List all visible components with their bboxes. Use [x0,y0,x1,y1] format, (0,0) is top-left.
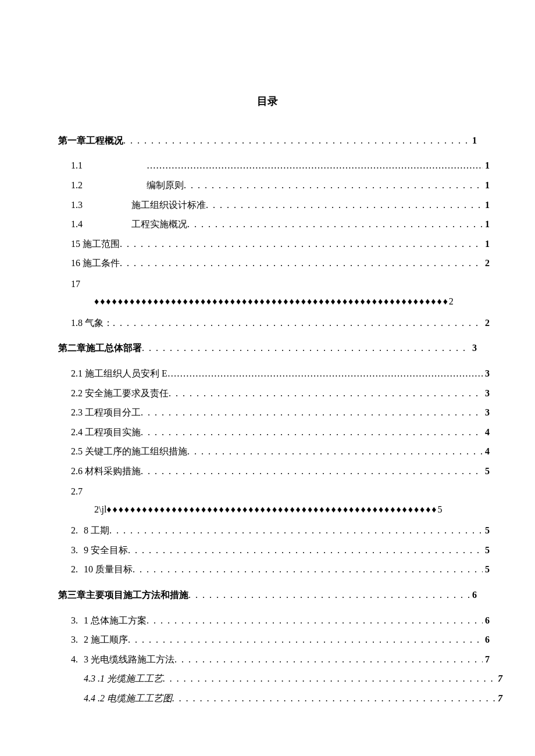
toc-label: 工程实施概况 [131,217,187,232]
toc-page: 6 [483,632,490,647]
toc-label: 第三章主要项目施工方法和措施 [58,587,188,603]
toc-number: 2. [71,562,78,577]
toc-page: 7 [483,652,490,667]
toc-leader [109,523,483,538]
toc-page: 5 [483,464,490,479]
garbled-prefix: 2\jl [94,504,106,514]
toc-page: 4 [483,425,490,440]
toc-leader [147,158,483,173]
toc-label: 第二章施工总体部署 [58,341,142,356]
toc-leader [187,217,483,232]
toc-entry: 3.9 安全目标 5 [71,543,490,558]
toc-leader [169,386,483,401]
toc-label: 第一章工程概况 [58,133,123,148]
toc-leader [184,178,483,193]
diamond-fill: ♦♦♦♦♦♦♦♦♦♦♦♦♦♦♦♦♦♦♦♦♦♦♦♦♦♦♦♦♦♦♦♦♦♦♦♦♦♦♦♦… [94,296,449,306]
toc-entry: 2.3 工程项目分工 3 [71,405,490,420]
toc-number: 17 [71,275,135,293]
toc-entry: 2.6 材料采购措施 5 [71,464,490,479]
toc-label: 1.8 气象： [71,316,113,331]
toc-entry: 1.2编制原则 1 [71,178,490,193]
toc-leader [120,237,483,252]
toc-label: 15 施工范围 [71,237,120,252]
toc-number: 1.3 [71,198,83,213]
toc-label: 4.3 .1 光缆施工工艺 [84,671,163,686]
toc-leader [128,632,483,647]
toc-label: 8 工期 [84,523,109,538]
toc-entry: 第一章工程概况 1 [58,133,477,148]
toc-leader [120,256,483,271]
toc-entry-garbled: 2.72\jl♦♦♦♦♦♦♦♦♦♦♦♦♦♦♦♦♦♦♦♦♦♦♦♦♦♦♦♦♦♦♦♦♦… [71,483,477,518]
toc-entry: 3.2 施工顺序 6 [71,632,490,647]
toc-page: 2 [449,296,454,306]
toc-entry: 4.3 光电缆线路施工方法 7 [71,652,490,667]
toc-leader [123,133,470,148]
toc-page: 1 [483,217,490,232]
toc-page: 1 [483,158,490,173]
toc-number: 2. [71,523,78,538]
toc-page: 3 [470,341,477,356]
toc-label: 2.3 工程项目分工 [71,405,141,420]
toc-entry: 2.1 施工组织人员安利 E 3 [71,366,490,381]
toc-entry: 15 施工范围 1 [71,237,490,252]
toc-page: 4 [483,444,490,459]
toc-entry: 2.2 安全施工要求及责任 3 [71,386,490,401]
toc-leader [187,444,483,459]
toc-leader [141,425,483,440]
toc-entry: 3.1 总体施工方案 6 [71,613,490,628]
toc-page: 7 [495,671,502,686]
toc-number: 1.1 [71,158,83,173]
toc-label: 4.4 .2 电缆施工工艺图 [84,691,172,706]
toc-label: 施工组织设计标准 [131,198,206,213]
toc-entry: 2.8 工期 5 [71,523,490,538]
toc-page: 3 [483,386,490,401]
toc-entry: 2.4 工程项目实施 4 [71,425,490,440]
toc-leader [188,587,470,603]
toc-number: 4. [71,652,78,667]
toc-label: 1 总体施工方案 [84,613,147,628]
toc-entry: 2.10 质量目标 5 [71,562,490,577]
toc-page: 6 [483,613,490,628]
toc-label: 3 光电缆线路施工方法 [84,652,174,667]
toc-page: 3 [483,405,490,420]
toc-label: 10 质量目标 [84,562,133,577]
toc-label: 16 施工条件 [71,256,120,271]
toc-label: 2.6 材料采购措施 [71,464,141,479]
toc-leader [167,366,483,381]
toc-page: 5 [483,523,490,538]
toc-page: 2 [483,316,490,331]
toc-page: 5 [483,562,490,577]
toc-leader [142,341,470,356]
toc-label: 2 施工顺序 [84,632,128,647]
toc-leader [113,316,483,331]
toc-number: 3. [71,632,78,647]
toc-label: 2.2 安全施工要求及责任 [71,386,169,401]
toc-entry: 4.3 .1 光缆施工工艺 7 [84,671,502,686]
toc-page: 7 [495,691,502,706]
toc-entry: 1.8 气象： 2 [71,316,490,331]
toc-leader [206,198,483,213]
toc-entry: 第三章主要项目施工方法和措施 6 [58,587,477,603]
toc-page: 3 [483,366,490,381]
toc-label: 编制原则 [147,178,184,193]
toc-label: 2.4 工程项目实施 [71,425,141,440]
toc-leader [174,652,483,667]
toc-number: 1.2 [71,178,83,193]
toc-number: 3. [71,613,78,628]
toc-leader [172,691,495,706]
toc-number: 3. [71,543,78,558]
toc-page: 5 [483,543,490,558]
toc-label: 2.5 关键工序的施工组织措施 [71,444,187,459]
toc-entry: 第二章施工总体部署 3 [58,341,477,356]
toc-entry-garbled: 17♦♦♦♦♦♦♦♦♦♦♦♦♦♦♦♦♦♦♦♦♦♦♦♦♦♦♦♦♦♦♦♦♦♦♦♦♦♦… [71,275,477,311]
toc-page: 1 [483,178,490,193]
toc-entry: 4.4 .2 电缆施工工艺图 7 [84,691,502,706]
toc-page: 5 [438,504,443,514]
toc-entry: 1.3施工组织设计标准 1 [71,198,490,213]
toc-page: 6 [470,587,477,603]
toc-page: 1 [483,237,490,252]
toc-container: 第一章工程概况 11.111.2编制原则 11.3施工组织设计标准 11.4工程… [58,133,477,706]
toc-leader [163,671,495,686]
toc-leader [133,562,483,577]
diamond-fill: ♦♦♦♦♦♦♦♦♦♦♦♦♦♦♦♦♦♦♦♦♦♦♦♦♦♦♦♦♦♦♦♦♦♦♦♦♦♦♦♦… [106,504,437,514]
